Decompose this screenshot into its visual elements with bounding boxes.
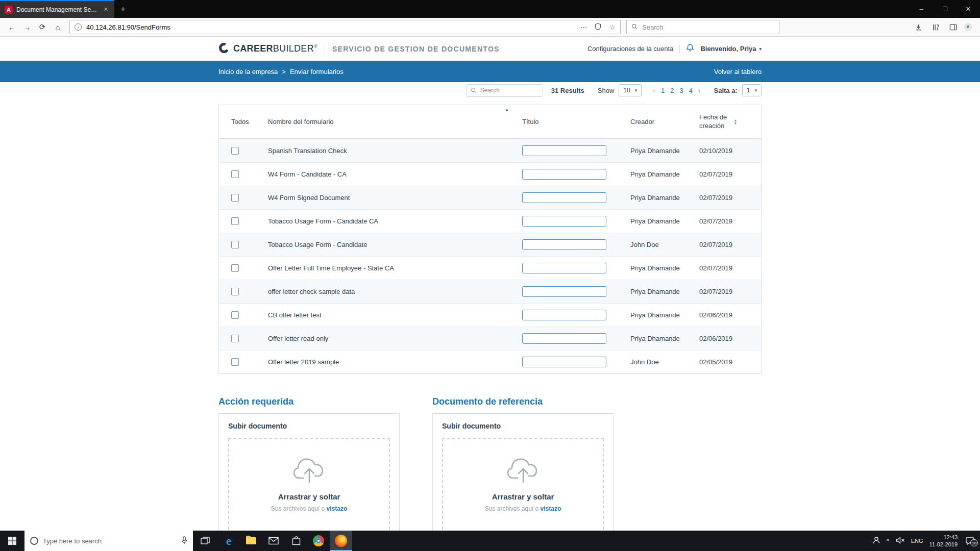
close-window-button[interactable]: ✕: [957, 0, 980, 18]
browser-tab[interactable]: A Document Management Service ✕: [0, 0, 114, 18]
edge-icon[interactable]: e: [217, 531, 240, 551]
title-input[interactable]: [522, 145, 606, 156]
table-row[interactable]: Offer letter 2019 sample John Doe 02/05/…: [219, 350, 761, 373]
sort-asc-icon[interactable]: ▲: [505, 108, 509, 112]
table-row[interactable]: Offer Letter Full Time Employee - State …: [219, 256, 761, 280]
title-input[interactable]: [522, 239, 606, 250]
task-view-icon[interactable]: [193, 531, 217, 551]
maximize-button[interactable]: [933, 0, 957, 18]
volume-muted-icon[interactable]: [896, 537, 905, 545]
upload-dropzone[interactable]: Arrastrar y soltar Sus archivos aquí o v…: [442, 438, 604, 531]
browse-link[interactable]: vistazo: [541, 505, 561, 512]
file-explorer-icon[interactable]: [240, 531, 262, 551]
table-row[interactable]: offer letter check sample data Priya Dha…: [219, 280, 761, 303]
chrome-icon[interactable]: [307, 531, 330, 551]
row-checkbox[interactable]: [231, 194, 239, 202]
row-checkbox[interactable]: [231, 264, 239, 272]
careerbuilder-logo[interactable]: CAREERBUILDER®: [218, 42, 317, 56]
header-name[interactable]: Nombre del formulario ▲: [260, 105, 514, 138]
upload-dropzone[interactable]: Arrastrar y soltar Sus archivos aquí o v…: [228, 438, 390, 531]
bell-icon[interactable]: [686, 43, 694, 54]
table-row[interactable]: Spanish Translation Check Priya Dhamande…: [219, 139, 761, 162]
table-search[interactable]: [467, 84, 543, 97]
forward-button[interactable]: →: [19, 20, 35, 34]
bookmark-star-icon[interactable]: ☆: [609, 23, 616, 31]
minimize-button[interactable]: –: [910, 0, 933, 18]
title-input[interactable]: [522, 310, 606, 320]
row-checkbox[interactable]: [231, 241, 239, 248]
page-link-2[interactable]: 2: [670, 87, 674, 94]
title-input[interactable]: [522, 169, 606, 180]
title-input[interactable]: [522, 333, 606, 344]
row-checkbox[interactable]: [231, 147, 239, 155]
page-link-4[interactable]: 4: [689, 87, 693, 94]
page-size-select[interactable]: 10 ▾: [619, 84, 642, 96]
row-checkbox[interactable]: [231, 217, 239, 225]
windows-logo-icon: [8, 537, 16, 545]
back-to-dashboard-link[interactable]: Volver al tablero: [714, 68, 762, 76]
table-row[interactable]: W4 Form Signed Document Priya Dhamande 0…: [219, 186, 761, 209]
title-input[interactable]: [522, 263, 606, 273]
url-bar[interactable]: i 40.124.26.81:90/SendForms ⋯ ☆: [69, 20, 621, 34]
sidebar-toggle-icon[interactable]: [945, 20, 961, 34]
row-checkbox[interactable]: [231, 170, 239, 178]
table-row[interactable]: Tobacco Usage Form - Candidate CA Priya …: [219, 209, 761, 233]
header-creator[interactable]: Creador: [622, 114, 691, 130]
new-tab-button[interactable]: +: [114, 0, 132, 18]
title-input[interactable]: [522, 357, 606, 367]
reload-button[interactable]: ⟳: [35, 20, 50, 34]
row-checkbox[interactable]: [231, 288, 239, 295]
header-todos[interactable]: Todos: [219, 114, 260, 130]
hidden-icons-chevron[interactable]: ^: [887, 537, 890, 545]
language-indicator[interactable]: ENG: [911, 538, 923, 544]
browse-link[interactable]: vistazo: [327, 505, 348, 512]
microphone-icon[interactable]: [181, 536, 187, 546]
title-input[interactable]: [522, 216, 606, 227]
account-settings-link[interactable]: Configuraciones de la cuenta: [587, 45, 673, 53]
extension-icon[interactable]: [963, 20, 976, 34]
page-link-1[interactable]: 1: [661, 87, 665, 94]
breadcrumb-home-link[interactable]: Inicio de la empresa: [218, 68, 278, 76]
page-actions-icon[interactable]: ⋯: [580, 23, 587, 31]
jump-page-select[interactable]: 1 ▾: [742, 84, 762, 96]
welcome-menu[interactable]: Bienvenido, Priya ▾: [700, 45, 762, 53]
url-text[interactable]: 40.124.26.81:90/SendForms: [86, 23, 575, 31]
jump-label: Salta a:: [714, 87, 738, 94]
clock[interactable]: 12:43 11-02-2019: [929, 534, 958, 548]
table-row[interactable]: CB offer letter test Priya Dhamande 02/0…: [219, 303, 761, 327]
title-input[interactable]: [522, 192, 606, 203]
row-checkbox[interactable]: [231, 358, 239, 366]
start-button[interactable]: [0, 531, 24, 551]
form-date: 02/07/2019: [691, 288, 761, 295]
store-icon[interactable]: [285, 531, 307, 551]
home-button[interactable]: ⌂: [50, 20, 65, 34]
action-center-icon[interactable]: 10: [964, 535, 976, 547]
mail-icon[interactable]: [262, 531, 285, 551]
row-checkbox[interactable]: [231, 311, 239, 319]
table-row[interactable]: W4 Form - Candidate - CA Priya Dhamande …: [219, 162, 761, 186]
firefox-icon[interactable]: [330, 531, 352, 551]
table-row[interactable]: Offer letter read only Priya Dhamande 02…: [219, 327, 761, 350]
table-row[interactable]: Tobacco Usage Form - Candidate John Doe …: [219, 233, 761, 256]
sort-both-icon[interactable]: ▴ ▾: [734, 119, 737, 125]
downloads-icon[interactable]: [911, 20, 926, 34]
page-link-3[interactable]: 3: [679, 87, 683, 94]
header-date[interactable]: Fecha de creación ▴ ▾: [691, 109, 761, 134]
prev-page-icon[interactable]: ‹: [653, 86, 655, 94]
site-info-icon[interactable]: i: [75, 23, 82, 31]
library-icon[interactable]: [928, 20, 943, 34]
next-page-icon[interactable]: ›: [698, 86, 701, 94]
taskbar-search-placeholder[interactable]: Type here to search: [43, 537, 102, 545]
shield-icon[interactable]: [595, 23, 601, 32]
tab-close-icon[interactable]: ✕: [102, 5, 110, 14]
browser-search[interactable]: [626, 20, 779, 34]
taskbar-search[interactable]: Type here to search: [24, 531, 193, 551]
title-input[interactable]: [522, 286, 606, 297]
row-checkbox[interactable]: [231, 335, 239, 342]
table-search-input[interactable]: [467, 84, 543, 97]
back-button[interactable]: ←: [4, 20, 19, 34]
browser-search-input[interactable]: [641, 23, 774, 32]
people-icon[interactable]: [872, 536, 880, 545]
header-title[interactable]: Título: [514, 114, 622, 130]
browser-navbar: ← → ⟳ ⌂ i 40.124.26.81:90/SendForms ⋯ ☆: [0, 18, 980, 37]
